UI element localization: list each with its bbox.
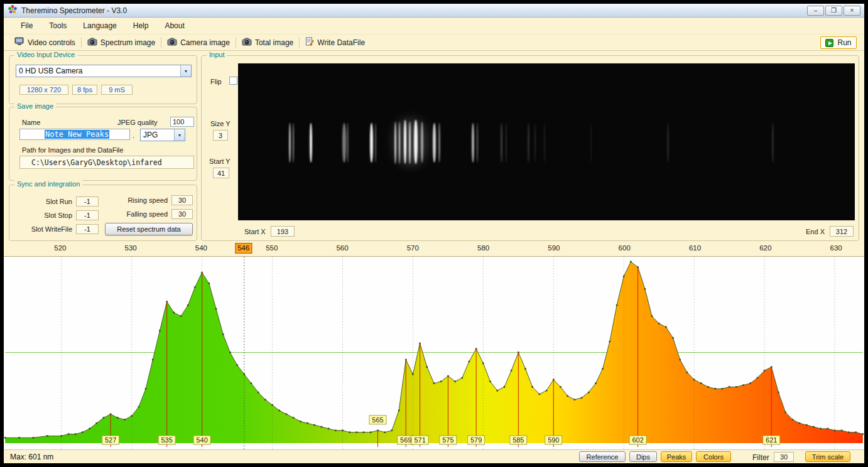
toolbar-total-image[interactable]: Total image [236, 35, 299, 50]
svg-text:590: 590 [548, 436, 559, 444]
data-point-marker [412, 373, 414, 375]
data-point-marker [159, 330, 161, 332]
data-point-marker [489, 380, 491, 382]
filter-input[interactable]: 30 [774, 452, 794, 462]
size-y-input[interactable]: 3 [213, 130, 228, 141]
chevron-down-icon[interactable]: ▼ [174, 129, 185, 141]
input-group-title: Input [207, 51, 227, 58]
max-peak-label: Max: 601 nm [10, 453, 53, 461]
data-point-marker [764, 370, 766, 372]
start-x-input[interactable]: 193 [271, 226, 295, 237]
image-name-input[interactable]: Note New Peaks [19, 129, 130, 140]
spectral-line [370, 123, 373, 163]
data-point-marker [504, 386, 506, 388]
run-button[interactable]: Run [820, 36, 857, 49]
svg-text:540: 540 [196, 436, 207, 444]
data-point-marker [567, 395, 568, 397]
data-point-marker [180, 315, 182, 317]
extension-select[interactable]: JPG ▼ [140, 129, 185, 141]
status-bar: Max: 601 nm Reference Dips Peaks Colors … [4, 449, 864, 463]
slot-run-input[interactable]: -1 [76, 196, 99, 207]
rising-speed-label: Rising speed [104, 196, 168, 204]
x-axis-tick-label: 540 [195, 244, 207, 252]
menu-help[interactable]: Help [125, 19, 157, 33]
video-device-select[interactable]: 0 HD USB Camera ▼ [16, 65, 192, 77]
data-point-marker [426, 366, 428, 368]
spectral-line [342, 123, 346, 163]
toolbar-write-datafile[interactable]: Write DataFile [300, 35, 371, 50]
end-x-input[interactable]: 312 [830, 226, 854, 237]
chevron-down-icon[interactable]: ▼ [180, 65, 191, 77]
dips-button[interactable]: Dips [629, 451, 657, 462]
spectrum-plot[interactable]: 527535540565569571575579585590602621 [4, 256, 864, 449]
data-point-marker [841, 430, 843, 432]
camera-preview-image [238, 63, 855, 220]
menu-language[interactable]: Language [75, 19, 124, 33]
cursor-wavelength-label: 546 [235, 243, 252, 254]
trim-scale-button[interactable]: Trim scale [805, 451, 850, 462]
peaks-button[interactable]: Peaks [661, 451, 692, 462]
colors-button[interactable]: Colors [696, 451, 731, 462]
image-name-selected-text: Note New Peaks [45, 130, 109, 139]
toolbar-camera-image[interactable]: Camera image [161, 35, 236, 50]
close-button[interactable]: × [844, 6, 860, 16]
peak-label: 590 [545, 436, 562, 444]
data-point-marker [806, 424, 808, 426]
data-point-marker [735, 386, 737, 388]
path-value[interactable]: C:\Users\GaryG\Desktop\infared [19, 156, 194, 169]
data-point-marker [511, 370, 513, 372]
x-axis-tick-label: 580 [477, 244, 489, 252]
exposure-value: 9 mS [101, 85, 133, 95]
data-point-marker [145, 388, 147, 390]
data-point-marker [729, 386, 730, 388]
flip-label: Flip [210, 78, 222, 85]
slot-writefile-input[interactable]: -1 [76, 224, 99, 234]
spectral-line [310, 123, 312, 163]
play-icon [825, 39, 833, 47]
camera-icon [242, 38, 252, 48]
wavelength-scale: 520530540550560570580590600610620630546 [4, 242, 864, 256]
data-point-marker [68, 433, 70, 435]
data-point-marker [595, 382, 597, 384]
sync-group-title: Sync and integration [14, 180, 82, 188]
data-point-marker [623, 276, 625, 277]
spectral-line [477, 123, 478, 163]
toolbar-video-controls[interactable]: Video controls [9, 35, 81, 50]
data-point-marker [384, 431, 386, 433]
menu-file[interactable]: File [13, 19, 41, 33]
data-point-marker [82, 431, 84, 433]
x-axis-tick-label: 630 [830, 244, 842, 252]
minimize-button[interactable]: – [807, 6, 824, 16]
start-x-label: Start X [244, 228, 266, 235]
jpeg-quality-input[interactable]: 100 [170, 117, 194, 127]
slot-stop-input[interactable]: -1 [76, 210, 99, 220]
reference-button[interactable]: Reference [579, 451, 626, 462]
spectrum-chart[interactable]: 520530540550560570580590600610620630546 … [4, 242, 864, 449]
video-controls-icon [14, 37, 24, 48]
falling-speed-input[interactable]: 30 [171, 209, 193, 219]
menu-tools[interactable]: Tools [41, 19, 75, 33]
rising-speed-input[interactable]: 30 [171, 195, 193, 205]
maximize-button[interactable]: ❐ [825, 6, 842, 16]
path-text: C:\Users\GaryG\Desktop\infared [31, 158, 162, 167]
data-point-marker [560, 386, 561, 388]
start-y-input[interactable]: 41 [213, 168, 229, 178]
data-point-marker [131, 415, 133, 417]
menu-about[interactable]: About [156, 19, 192, 33]
spectral-line [438, 123, 440, 163]
data-point-marker [531, 386, 533, 388]
peak-label: 621 [763, 436, 780, 444]
data-point-marker [313, 424, 315, 426]
flip-checkbox[interactable] [229, 77, 237, 85]
data-point-marker [855, 431, 857, 433]
data-point-marker [665, 326, 667, 328]
spectral-line [421, 122, 423, 163]
data-point-marker [236, 364, 238, 366]
data-point-marker [286, 413, 288, 415]
reset-spectrum-button[interactable]: Reset spectrum data [105, 223, 193, 235]
spectral-line [375, 123, 376, 163]
data-point-marker [581, 397, 583, 399]
data-point-marker [321, 426, 323, 428]
toolbar-spectrum-image[interactable]: Spectrum image [82, 35, 161, 50]
data-point-marker [742, 384, 744, 386]
